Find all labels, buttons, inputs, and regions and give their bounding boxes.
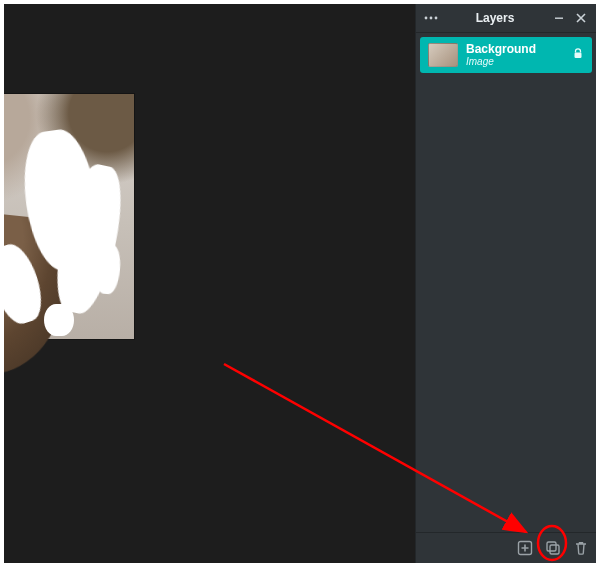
canvas-area[interactable]	[4, 4, 416, 563]
svg-point-2	[435, 17, 438, 20]
minimize-icon[interactable]	[552, 11, 566, 25]
svg-point-0	[425, 17, 428, 20]
lock-icon[interactable]	[572, 48, 584, 63]
panel-title: Layers	[444, 11, 546, 25]
panel-menu-icon[interactable]	[424, 11, 438, 25]
layer-thumbnail	[428, 43, 458, 67]
svg-point-1	[430, 17, 433, 20]
svg-rect-4	[575, 53, 582, 59]
add-layer-button[interactable]	[516, 539, 534, 557]
layer-list: Background Image	[416, 33, 596, 532]
svg-rect-3	[555, 18, 563, 19]
svg-rect-7	[550, 545, 559, 554]
layers-panel-header: Layers	[416, 4, 596, 33]
layer-type: Image	[466, 56, 536, 67]
layer-name: Background	[466, 43, 536, 56]
layers-panel: Layers Background Image	[415, 4, 596, 563]
layers-panel-footer	[416, 532, 596, 563]
delete-layer-button[interactable]	[572, 539, 590, 557]
canvas-image[interactable]	[4, 94, 134, 339]
layer-item-background[interactable]: Background Image	[420, 37, 592, 73]
duplicate-layer-button[interactable]	[544, 539, 562, 557]
close-icon[interactable]	[574, 11, 588, 25]
svg-rect-6	[547, 542, 556, 551]
